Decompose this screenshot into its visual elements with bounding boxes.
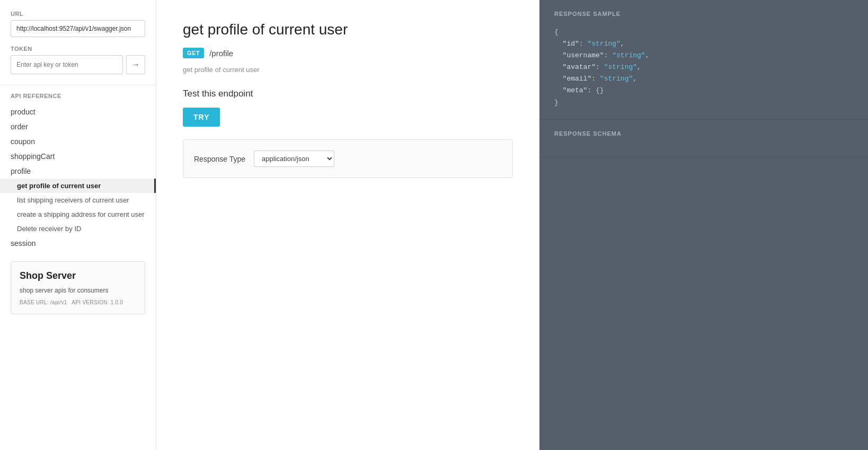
base-url-label: BASE URL: [20,299,50,305]
try-button[interactable]: TRY [183,108,220,127]
method-badge: GET [183,48,204,58]
sidebar-item-session[interactable]: session [0,236,156,251]
profile-sub-items: get profile of current user list shippin… [0,179,156,236]
response-schema-title: RESPONSE SCHEMA [554,130,853,137]
response-type-label: Response Type [194,155,245,163]
token-label: TOKEN [11,46,145,52]
code-line-id: "id": "string", [554,38,853,50]
sidebar-item-order[interactable]: order [0,119,156,134]
sidebar-item-coupon[interactable]: coupon [0,134,156,149]
token-submit-button[interactable]: → [126,55,145,74]
url-label: URL [11,11,145,17]
sidebar-item-create-shipping[interactable]: create a shipping address for current us… [0,207,156,222]
response-sample-title: RESPONSE SAMPLE [554,11,853,17]
endpoint-row: GET /profile [183,48,513,58]
base-url-value: /api/v1 [50,299,67,305]
api-reference-title: API REFERENCE [0,93,156,99]
sidebar-item-product[interactable]: product [0,104,156,119]
code-line-close-brace: } [554,97,853,109]
footer-title: Shop Server [20,270,136,281]
endpoint-description: get profile of current user [183,66,513,74]
footer-description: shop server apis for consumers [20,287,136,294]
url-input[interactable] [11,20,145,37]
code-line-open-brace: { [554,27,853,38]
sidebar-item-shoppingcart[interactable]: shoppingCart [0,149,156,164]
response-sample-section: RESPONSE SAMPLE { "id": "string", "usern… [539,0,868,120]
sidebar: URL TOKEN → API REFERENCE product order … [0,0,156,450]
sidebar-item-list-shipping[interactable]: list shipping receivers of current user [0,193,156,207]
test-section-title: Test this endpoint [183,89,513,99]
code-line-meta: "meta": {} [554,85,853,96]
response-schema-section: RESPONSE SCHEMA [539,120,868,157]
response-type-select[interactable]: application/json application/xml [254,151,334,167]
page-title: get profile of current user [183,21,513,38]
sidebar-item-profile[interactable]: profile [0,164,156,179]
response-type-box: Response Type application/json applicati… [183,139,513,178]
footer-meta: BASE URL: /api/v1 API VERSION: 1.0.0 [20,299,136,305]
sidebar-item-get-profile[interactable]: get profile of current user [0,179,156,193]
api-version-label: API VERSION: [72,299,110,305]
token-row: → [11,55,145,74]
code-line-username: "username": "string", [554,50,853,61]
api-version-value: 1.0.0 [111,299,123,305]
response-sample-code: { "id": "string", "username": "string", … [554,27,853,109]
right-panel: RESPONSE SAMPLE { "id": "string", "usern… [539,0,868,450]
token-input[interactable] [11,55,123,74]
code-line-avatar: "avatar": "string", [554,61,853,73]
sidebar-item-delete-receiver[interactable]: Delete receiver by ID [0,222,156,236]
code-line-email: "email": "string", [554,73,853,85]
sidebar-footer: Shop Server shop server apis for consume… [11,261,145,314]
main-content: get profile of current user GET /profile… [156,0,539,450]
endpoint-path: /profile [209,49,233,58]
